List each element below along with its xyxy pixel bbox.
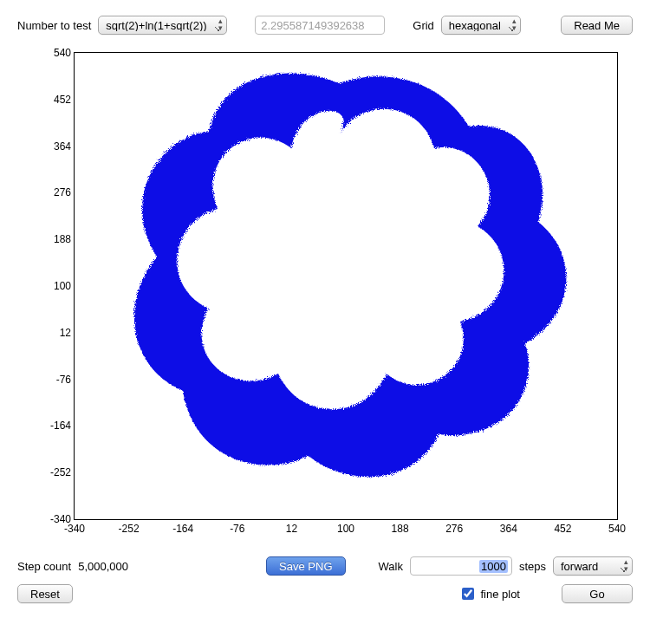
plot-area: 540 452 364 276 188 100 12 -76 -164 -252…: [22, 43, 628, 546]
steps-text: steps: [519, 560, 546, 573]
number-value-field: [255, 16, 385, 35]
x-tick: 276: [445, 523, 463, 535]
go-button[interactable]: Go: [562, 584, 633, 603]
y-tick: 276: [23, 186, 71, 198]
readme-button[interactable]: Read Me: [561, 16, 633, 35]
y-tick: 100: [23, 280, 71, 292]
fractal-plot: [75, 53, 619, 521]
x-tick: 12: [286, 523, 297, 535]
step-count-value: 5,000,000: [78, 560, 128, 573]
x-tick: -340: [64, 523, 85, 535]
y-tick: 12: [23, 327, 71, 339]
plot-box: 540 452 364 276 188 100 12 -76 -164 -252…: [74, 52, 618, 520]
save-png-button[interactable]: Save PNG: [266, 556, 345, 576]
y-tick: -76: [23, 374, 71, 386]
y-tick: -252: [23, 466, 71, 478]
x-tick: 452: [554, 523, 571, 535]
number-to-test-select[interactable]: sqrt(2)+ln(1+sqrt(2)): [98, 16, 227, 35]
number-to-test-label: Number to test: [17, 19, 91, 32]
reset-button[interactable]: Reset: [17, 584, 73, 603]
direction-select[interactable]: forward: [553, 556, 633, 576]
walk-steps-input[interactable]: 1000: [410, 556, 512, 576]
y-tick: 364: [23, 140, 71, 153]
x-tick: -164: [172, 523, 193, 535]
y-tick: 540: [23, 47, 71, 59]
grid-select[interactable]: hexagonal: [441, 16, 521, 35]
x-tick: 364: [500, 523, 517, 535]
fine-plot-checkbox-label[interactable]: fine plot: [458, 585, 520, 602]
grid-label: Grid: [413, 19, 434, 32]
x-tick: -252: [119, 523, 140, 535]
x-tick: -76: [230, 523, 244, 535]
walk-label: Walk: [379, 560, 403, 573]
x-tick: 540: [608, 523, 626, 535]
fine-plot-checkbox[interactable]: [462, 588, 474, 600]
step-count-label: Step count: [17, 560, 71, 573]
x-tick: 188: [392, 523, 409, 535]
y-tick: 452: [23, 94, 71, 106]
x-tick: 100: [337, 523, 354, 535]
y-tick: -164: [23, 420, 71, 432]
y-tick: 188: [23, 233, 71, 245]
